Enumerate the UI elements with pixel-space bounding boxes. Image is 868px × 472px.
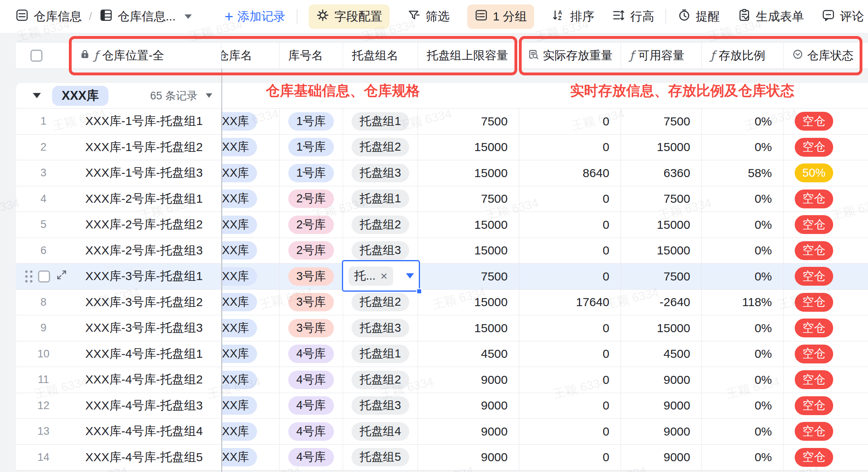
cell-storage-ratio[interactable]: 118%: [702, 290, 784, 315]
table-row[interactable]: 5XXX库-2号库-托盘组2XXX库2号库托盘组2150000150000%空仓: [16, 212, 868, 238]
cell-storage-ratio[interactable]: 0%: [702, 445, 784, 470]
column-header-pallet-capacity-limit[interactable]: 托盘组上限容量: [418, 42, 519, 69]
view-switcher[interactable]: 仓库信息...: [99, 8, 192, 25]
cell-capacity-limit[interactable]: 9000: [418, 419, 519, 444]
cell-warehouse-name[interactable]: XXX库: [221, 393, 279, 419]
cell-pallet-group-name[interactable]: 托盘组3: [343, 160, 418, 186]
row-number-cell[interactable]: 3: [16, 160, 71, 186]
cell-available-capacity[interactable]: 15000: [621, 315, 702, 341]
cell-warehouse-status[interactable]: 空仓: [784, 135, 868, 160]
cell-warehouse-location[interactable]: XXX库-4号库-托盘组2: [71, 367, 221, 393]
cell-warehouse-status[interactable]: 空仓: [784, 264, 868, 289]
cell-capacity-limit[interactable]: 7500: [418, 109, 519, 134]
cell-warehouse-status[interactable]: 空仓: [784, 238, 868, 264]
cell-available-capacity[interactable]: -2640: [621, 290, 702, 315]
cell-capacity-limit[interactable]: 7500: [418, 186, 519, 212]
cell-warehouse-status[interactable]: 空仓: [784, 445, 868, 470]
cell-warehouse-name[interactable]: XXX库: [221, 212, 279, 238]
cell-pallet-group-name[interactable]: 托盘组4: [343, 419, 418, 444]
cell-bay-name[interactable]: 4号库: [279, 367, 343, 393]
cell-editor[interactable]: 托... ×: [342, 260, 420, 292]
comment-button[interactable]: 评论: [822, 8, 864, 25]
table-row[interactable]: 6XXX库-2号库-托盘组3XXX库2号库托盘组3150000150000%空仓: [16, 238, 868, 264]
cell-capacity-limit[interactable]: 15000: [418, 160, 519, 186]
cell-warehouse-status[interactable]: 空仓: [784, 212, 868, 238]
cell-bay-name[interactable]: 1号库: [279, 135, 343, 160]
column-header-bay-name[interactable]: 库号名: [279, 42, 343, 69]
cell-available-capacity[interactable]: 7500: [621, 264, 702, 289]
cell-bay-name[interactable]: 1号库: [279, 109, 343, 134]
cell-bay-name[interactable]: 4号库: [279, 393, 343, 419]
cell-storage-ratio[interactable]: 0%: [702, 109, 784, 134]
row-number-cell[interactable]: 6: [16, 238, 71, 264]
cell-warehouse-location[interactable]: XXX库-4号库-托盘组5: [71, 445, 221, 470]
cell-warehouse-name[interactable]: XXX库: [221, 315, 279, 341]
cell-bay-name[interactable]: 2号库: [279, 212, 343, 238]
cell-actual-weight[interactable]: 0: [519, 186, 621, 212]
table-row[interactable]: 8XXX库-3号库-托盘组2XXX库3号库托盘组21500017640-2640…: [16, 290, 868, 316]
table-breadcrumb[interactable]: 仓库信息: [15, 8, 82, 25]
row-number-cell[interactable]: 13: [16, 419, 71, 444]
cell-bay-name[interactable]: 3号库: [279, 290, 343, 315]
cell-warehouse-name[interactable]: XXX库: [221, 264, 279, 289]
add-record-button[interactable]: + 添加记录: [225, 8, 285, 25]
cell-capacity-limit[interactable]: 15000: [418, 212, 519, 238]
filter-button[interactable]: 筛选: [407, 8, 450, 25]
cell-warehouse-status[interactable]: 空仓: [784, 315, 868, 341]
cell-warehouse-location[interactable]: XXX库-4号库-托盘组3: [71, 393, 221, 419]
table-row[interactable]: 9XXX库-3号库-托盘组3XXX库3号库托盘组3150000150000%空仓: [16, 315, 868, 341]
expand-record-icon[interactable]: [56, 269, 68, 284]
table-row[interactable]: 14XXX库-4号库-托盘组5XXX库4号库托盘组59000090000%空仓: [16, 445, 868, 471]
cell-pallet-group-name[interactable]: 托盘组1: [343, 109, 418, 134]
cell-actual-weight[interactable]: 0: [519, 238, 621, 264]
sort-button[interactable]: A Z 排序: [552, 8, 594, 25]
group-collapse-caret-icon[interactable]: [33, 93, 41, 98]
cell-warehouse-name[interactable]: XXX库: [221, 290, 279, 315]
cell-warehouse-status[interactable]: 空仓: [784, 341, 868, 367]
column-header-storage-ratio[interactable]: ƒ 存放比例: [702, 42, 784, 69]
cell-warehouse-name[interactable]: XXX库: [221, 186, 279, 212]
column-header-warehouse-name[interactable]: 仓库名: [221, 42, 279, 69]
cell-warehouse-location[interactable]: XXX库-3号库-托盘组3: [71, 315, 221, 341]
cell-storage-ratio[interactable]: 0%: [702, 367, 784, 393]
cell-pallet-group-name[interactable]: 托盘组1: [343, 186, 418, 212]
cell-capacity-limit[interactable]: 9000: [418, 367, 519, 393]
table-row[interactable]: 10XXX库-4号库-托盘组1XXX库4号库托盘组14500045000%空仓: [16, 341, 868, 367]
cell-pallet-group-name[interactable]: 托盘组2: [343, 367, 418, 393]
cell-bay-name[interactable]: 3号库: [279, 264, 343, 289]
cell-storage-ratio[interactable]: 0%: [702, 315, 784, 341]
cell-bay-name[interactable]: 2号库: [279, 186, 343, 212]
drag-handle-icon[interactable]: [25, 270, 32, 282]
row-number-cell[interactable]: 14: [16, 445, 71, 470]
cell-available-capacity[interactable]: 15000: [621, 238, 702, 264]
cell-available-capacity[interactable]: 6360: [621, 160, 702, 186]
cell-available-capacity[interactable]: 15000: [621, 135, 702, 160]
cell-capacity-limit[interactable]: 9000: [418, 393, 519, 419]
field-config-button[interactable]: 字段配置: [309, 4, 390, 29]
frozen-pane-divider[interactable]: [221, 69, 222, 472]
row-number-cell[interactable]: 8: [16, 290, 71, 315]
cell-warehouse-location[interactable]: XXX库-1号库-托盘组2: [71, 135, 221, 160]
cell-actual-weight[interactable]: 0: [519, 109, 621, 134]
cell-storage-ratio[interactable]: 0%: [702, 212, 784, 238]
cell-actual-weight[interactable]: 0: [519, 393, 621, 419]
cell-warehouse-location[interactable]: XXX库-3号库-托盘组1: [71, 264, 221, 289]
table-row[interactable]: 13XXX库-4号库-托盘组4XXX库4号库托盘组49000090000%空仓: [16, 419, 868, 445]
cell-warehouse-status[interactable]: 空仓: [784, 367, 868, 393]
cell-warehouse-location[interactable]: XXX库-2号库-托盘组1: [71, 186, 221, 212]
cell-actual-weight[interactable]: 0: [519, 341, 621, 367]
cell-pallet-group-name[interactable]: 托盘组2: [343, 290, 418, 315]
cell-available-capacity[interactable]: 9000: [621, 445, 702, 470]
row-number-cell[interactable]: 11: [16, 367, 71, 393]
cell-storage-ratio[interactable]: 0%: [702, 186, 784, 212]
cell-warehouse-location[interactable]: XXX库-4号库-托盘组4: [71, 419, 221, 444]
cell-warehouse-location[interactable]: XXX库-2号库-托盘组3: [71, 238, 221, 264]
cell-capacity-limit[interactable]: 15000: [418, 238, 519, 264]
cell-warehouse-name[interactable]: XXX库: [221, 445, 279, 470]
cell-warehouse-status[interactable]: 空仓: [784, 290, 868, 315]
cell-warehouse-name[interactable]: XXX库: [221, 341, 279, 367]
cell-capacity-limit[interactable]: 4500: [418, 341, 519, 367]
cell-available-capacity[interactable]: 7500: [621, 186, 702, 212]
table-row[interactable]: 11XXX库-4号库-托盘组2XXX库4号库托盘组29000090000%空仓: [16, 367, 868, 393]
cell-capacity-limit[interactable]: 15000: [418, 290, 519, 315]
